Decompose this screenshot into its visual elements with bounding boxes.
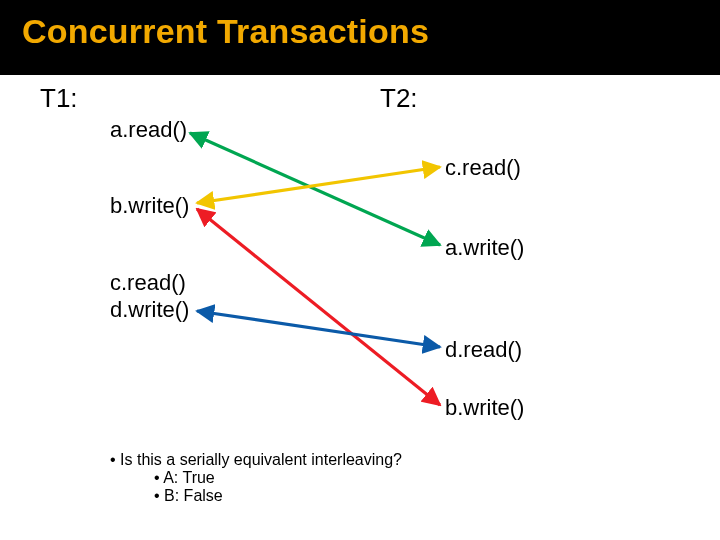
t1-header: T1: [40, 83, 78, 114]
t1-op-c-read: c.read() [110, 270, 186, 296]
question-option-b: B: False [154, 487, 402, 505]
t1-op-a-read: a.read() [110, 117, 187, 143]
arrows-layer [0, 75, 720, 505]
page-title: Concurrent Transactions [22, 12, 698, 51]
title-band: Concurrent Transactions [0, 0, 720, 75]
t2-op-c-read: c.read() [445, 155, 521, 181]
t2-op-b-write: b.write() [445, 395, 524, 421]
question-block: Is this a serially equivalent interleavi… [110, 451, 402, 505]
arrow-c-read-c-read [197, 167, 440, 203]
arrow-d-write-d-read [197, 311, 440, 347]
arrow-a-read-a-write [190, 133, 440, 245]
diagram-stage: T1: T2: a.read() b.write() c.read() d.wr… [0, 75, 720, 505]
question-prompt: Is this a serially equivalent interleavi… [110, 451, 402, 469]
t1-op-b-write: b.write() [110, 193, 189, 219]
t2-op-d-read: d.read() [445, 337, 522, 363]
t2-op-a-write: a.write() [445, 235, 524, 261]
t2-header: T2: [380, 83, 418, 114]
t1-op-d-write: d.write() [110, 297, 189, 323]
arrow-b-write-b-write [197, 209, 440, 405]
question-option-a: A: True [154, 469, 402, 487]
